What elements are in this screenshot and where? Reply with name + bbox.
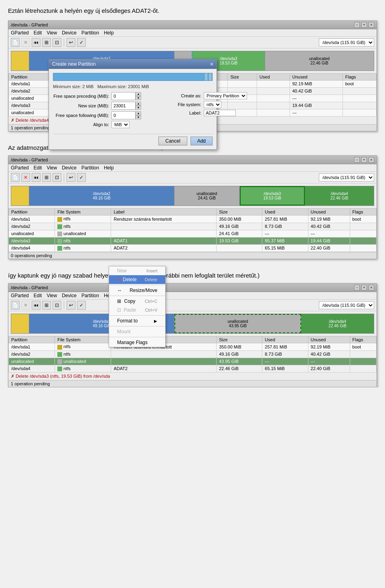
toolbar-copy[interactable]: ⊞ bbox=[42, 38, 51, 47]
ctx-delete[interactable]: ✕ Delete Delete bbox=[109, 275, 165, 284]
disk-selector-1[interactable]: /dev/sda (115.91 GiB) bbox=[319, 38, 374, 46]
table-row[interactable]: unallocated unallocated 43.95 GiB --- --… bbox=[9, 358, 377, 365]
menu-edit[interactable]: Edit bbox=[34, 30, 42, 36]
filesystem-select[interactable]: ntfs bbox=[204, 101, 221, 108]
ctx-copy[interactable]: ⊞ Copy Ctrl+C bbox=[109, 297, 165, 306]
spin-up2[interactable]: ▲ bbox=[136, 102, 141, 106]
menu-device[interactable]: Device bbox=[62, 30, 77, 36]
toolbar-paste[interactable]: ⊡ bbox=[53, 301, 61, 310]
minimize-button[interactable]: − bbox=[354, 285, 360, 290]
toolbar-delete[interactable]: ✕ bbox=[21, 301, 30, 310]
bar-seg-sda4[interactable]: /dev/sda4 22.46 GiB bbox=[305, 186, 374, 205]
menu-view[interactable]: View bbox=[47, 165, 57, 171]
bar-seg-sda3[interactable]: /dev/sda3 19.53 GiB bbox=[240, 186, 305, 205]
menu-partition[interactable]: Partition bbox=[81, 293, 99, 298]
menu-help[interactable]: Help bbox=[104, 30, 114, 36]
toolbar-delete[interactable]: ✕ bbox=[21, 173, 30, 182]
ctx-new[interactable]: New Insert bbox=[109, 266, 165, 275]
toolbar-apply[interactable]: ✓ bbox=[77, 38, 86, 47]
ctx-mount[interactable]: Mount bbox=[109, 327, 165, 336]
toolbar-new[interactable]: 📄 bbox=[11, 38, 20, 47]
minimize-button[interactable]: − bbox=[354, 22, 360, 28]
table-row[interactable]: /dev/sda4 ntfs ADAT2 65.15 MiB 22.40 GiB bbox=[9, 244, 377, 252]
ctx-manage-flags[interactable]: Manage Flags bbox=[109, 338, 165, 347]
bar-seg-unalloc2[interactable]: unallocated 22.46 GiB bbox=[265, 51, 374, 70]
menu-edit[interactable]: Edit bbox=[34, 165, 42, 171]
table-row[interactable]: /dev/sda4 ntfs ADAT2 22.46 GiB 65.15 MiB… bbox=[9, 365, 377, 372]
menu-gparted[interactable]: GParted bbox=[11, 293, 29, 298]
create-as-select[interactable]: Primary Partition bbox=[204, 92, 247, 99]
table-row[interactable]: /dev/sda2 ntfs 49.16 GiB 8.73 GiB 40.42 … bbox=[9, 350, 377, 358]
toolbar-paste[interactable]: ⊡ bbox=[53, 173, 61, 182]
close-button[interactable]: × bbox=[369, 157, 374, 163]
toolbar-copy[interactable]: ⊞ bbox=[42, 301, 51, 310]
spin-down2[interactable]: ▼ bbox=[136, 106, 141, 110]
cancel-button[interactable]: Cancel bbox=[158, 137, 187, 145]
align-select[interactable]: MiB bbox=[111, 121, 130, 128]
free-preceding-spinbox[interactable]: ▲ ▼ bbox=[111, 92, 141, 100]
menu-help[interactable]: Help bbox=[104, 165, 114, 171]
disk-selector-3[interactable]: /dev/sda (115.91 GiB) bbox=[319, 301, 374, 309]
dialog-close-button[interactable]: × bbox=[210, 61, 213, 67]
table-row[interactable]: /dev/sda1 ntfs Rendszer számára fenntart… bbox=[9, 215, 377, 223]
free-following-spinbox[interactable]: ▲ ▼ bbox=[111, 111, 141, 119]
free-preceding-input[interactable] bbox=[111, 92, 136, 100]
bar-seg-sda1[interactable] bbox=[11, 186, 29, 205]
bar-seg-unalloc[interactable]: unallocated 43.95 GiB bbox=[174, 314, 301, 333]
menu-partition[interactable]: Partition bbox=[81, 30, 99, 36]
toolbar-new[interactable]: 📄 bbox=[11, 173, 20, 182]
maximize-button[interactable]: + bbox=[361, 285, 367, 290]
bar-seg-unalloc[interactable]: unallocated 24.41 GiB bbox=[174, 186, 240, 205]
new-size-input[interactable] bbox=[111, 102, 136, 110]
menu-gparted[interactable]: GParted bbox=[11, 30, 29, 36]
ctx-format[interactable]: Format to ▶ bbox=[109, 316, 165, 325]
slider-handle[interactable] bbox=[204, 73, 208, 81]
spin-up3[interactable]: ▲ bbox=[136, 111, 141, 115]
toolbar-delete[interactable]: ✕ bbox=[21, 38, 30, 47]
menu-view[interactable]: View bbox=[47, 30, 57, 36]
bar-seg-sda2[interactable]: /dev/sda2 49.16 GiB bbox=[29, 186, 174, 205]
slider-handle-right[interactable] bbox=[208, 73, 212, 81]
table-row[interactable]: /dev/sda3 ntfs ADAT1 19.53 GiB 95.37 MiB… bbox=[9, 237, 377, 244]
close-button[interactable]: × bbox=[369, 285, 374, 290]
maximize-button[interactable]: + bbox=[361, 22, 367, 28]
spin-down3[interactable]: ▼ bbox=[136, 115, 141, 119]
bar-seg-sda1[interactable] bbox=[11, 51, 29, 70]
toolbar-back[interactable]: ⏮ bbox=[32, 173, 41, 182]
minimize-button[interactable]: − bbox=[354, 157, 360, 163]
toolbar-copy[interactable]: ⊞ bbox=[42, 173, 51, 182]
bar-seg-sda4[interactable]: /dev/sda4 22.46 GiB bbox=[301, 314, 374, 333]
toolbar-paste[interactable]: ⊡ bbox=[53, 38, 61, 47]
close-button[interactable]: × bbox=[369, 22, 374, 28]
menu-edit[interactable]: Edit bbox=[34, 293, 42, 298]
toolbar-apply[interactable]: ✓ bbox=[77, 301, 86, 310]
toolbar-back[interactable]: ⏮ bbox=[32, 301, 41, 310]
maximize-button[interactable]: + bbox=[361, 157, 367, 163]
size-slider[interactable] bbox=[53, 73, 213, 81]
toolbar-back[interactable]: ⏮ bbox=[32, 38, 41, 47]
toolbar-new[interactable]: 📄 bbox=[11, 301, 20, 310]
toolbar-apply[interactable]: ✓ bbox=[77, 173, 86, 182]
table-row[interactable]: unallocated unallocated 24.41 GiB --- --… bbox=[9, 230, 377, 237]
add-button[interactable]: Add bbox=[190, 137, 213, 145]
new-size-spinbox[interactable]: ▲ ▼ bbox=[111, 102, 141, 110]
toolbar-undo[interactable]: ↩ bbox=[67, 301, 75, 310]
disk-selector-2[interactable]: /dev/sda (115.91 GiB) bbox=[319, 173, 374, 181]
toolbar-undo[interactable]: ↩ bbox=[67, 38, 75, 47]
table-row[interactable]: /dev/sda2 ntfs 49.16 GiB 8.73 GiB 40.42 … bbox=[9, 223, 377, 230]
spin-down[interactable]: ▼ bbox=[136, 96, 141, 100]
toolbar-undo[interactable]: ↩ bbox=[67, 173, 75, 182]
ctx-paste[interactable]: ⊡ Paste Ctrl+V bbox=[109, 306, 165, 314]
ctx-resize[interactable]: ↔ Resize/Move bbox=[109, 286, 165, 295]
menu-device[interactable]: Device bbox=[62, 165, 77, 171]
label-input[interactable] bbox=[204, 110, 236, 116]
context-menu: New Insert ✕ Delete Delete ↔ Resize/Move… bbox=[109, 266, 166, 347]
menu-partition[interactable]: Partition bbox=[81, 165, 99, 171]
bar-seg-sda1[interactable] bbox=[11, 314, 29, 333]
menu-view[interactable]: View bbox=[47, 293, 57, 298]
spin-up[interactable]: ▲ bbox=[136, 92, 141, 96]
menu-device[interactable]: Device bbox=[62, 293, 77, 298]
menu-gparted[interactable]: GParted bbox=[11, 165, 29, 171]
free-following-input[interactable] bbox=[111, 111, 136, 119]
table-row[interactable]: /dev/sda1 ntfs Rendszer számára fenntart… bbox=[9, 343, 377, 350]
